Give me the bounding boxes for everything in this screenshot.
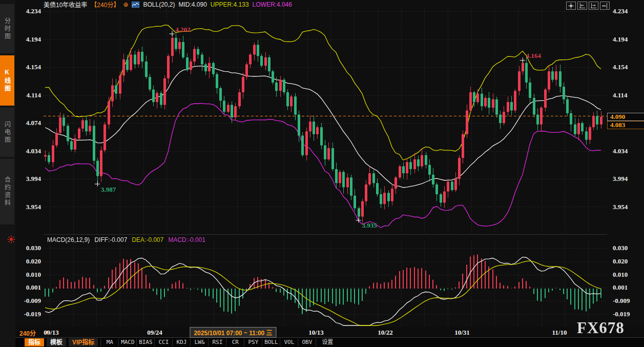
boll-label: BOLL(20,2) [143, 1, 175, 8]
x-axis-date: 09/13 [44, 329, 59, 337]
circle-plus-icon[interactable]: ⊕ [123, 1, 128, 8]
x-axis-date: 10/13 [308, 329, 324, 337]
price-tick-left: 4.234 [15, 7, 41, 15]
sidebar-tab-3[interactable]: 闪电图 [0, 108, 14, 157]
indicator-button-bias[interactable]: BIAS [136, 338, 154, 346]
macd-tick-left: 0.001 [15, 283, 41, 292]
indicator-button-psy[interactable]: PSY [244, 338, 262, 346]
price-tick-left: 4.074 [15, 119, 41, 127]
macd-params-label: MACD(26,12,9) [47, 236, 90, 243]
price-tick-left: 3.954 [15, 203, 41, 211]
sidebar: 分时图K线图闪电图合约资料 [0, 0, 15, 347]
hot-live-icon [7, 235, 15, 243]
price-tag-mid: 4.090 [607, 113, 644, 121]
indicator-button-cci[interactable]: CCI [154, 338, 172, 346]
indicator-toolbar: 指标模板VIP指标MAMACDBIASCCIKDJLW&RSICRPSYBOLL… [15, 338, 644, 347]
indicator-button-vol[interactable]: VOL [280, 338, 298, 346]
toolbar-tab-1[interactable]: 指标 [25, 338, 44, 346]
boll-upper-value: UPPER:4.133 [211, 1, 249, 8]
macd-value: MACD:-0.001 [168, 236, 205, 243]
x-axis-row: 240分 ▲ 2025/10/01 07:00 ~ 11:00 三 09/130… [15, 327, 644, 338]
indicator-button-obv[interactable]: OBV [298, 338, 316, 346]
price-tick-right: 4.234 [613, 7, 638, 15]
macd-tick-right: 0.030 [613, 244, 638, 252]
settings-button[interactable]: 设置 [316, 338, 339, 346]
macd-tick-right: 0.001 [613, 283, 638, 292]
indicator-button-macd[interactable]: MACD [118, 338, 136, 346]
price-tick-right: 4.034 [613, 147, 638, 155]
price-tick-right: 4.154 [613, 63, 638, 71]
toolbar-tab-2[interactable]: 模板 [47, 338, 66, 346]
indicator-button-cr[interactable]: CR [226, 338, 244, 346]
price-tick-right: 4.194 [613, 35, 638, 44]
indicator-button-rsi[interactable]: RSI [208, 338, 226, 346]
macd-tick-right: -0.009 [613, 297, 638, 305]
price-tick-left: 4.114 [15, 91, 41, 99]
chart-canvas[interactable] [44, 8, 607, 326]
toolbar-tab-3[interactable]: VIP指标 [69, 338, 98, 346]
period-label[interactable]: 240分 [19, 329, 36, 337]
boll-lower-value: LOWER:4.046 [253, 1, 292, 8]
indicator-button-boll[interactable]: BOLL [262, 338, 280, 346]
macd-tick-left: -0.019 [15, 310, 41, 318]
selected-candle-timestamp: 2025/10/01 07:00 ~ 11:00 三 [190, 327, 276, 338]
x-axis-date: 10/22 [378, 329, 393, 337]
x-axis-date: 11/10 [552, 329, 567, 337]
indicator-button-kdj[interactable]: KDJ [172, 338, 190, 346]
macd-tick-left: 0.020 [15, 257, 41, 266]
price-tick-right: 3.954 [613, 203, 638, 211]
boll-mid-value: MID:4.090 [179, 1, 207, 8]
price-tick-left: 3.994 [15, 175, 41, 183]
indicator-button-lw&[interactable]: LW& [190, 338, 208, 346]
fx678-watermark: FX678 [577, 319, 625, 337]
x-axis-date: 10/31 [454, 329, 470, 337]
price-tick-left: 4.034 [15, 147, 41, 155]
macd-tick-right: -0.019 [613, 310, 638, 318]
macd-tick-left: -0.009 [15, 297, 41, 305]
price-tick-right: 4.114 [613, 91, 638, 99]
macd-dea-value: DEA:-0.007 [132, 236, 163, 243]
kline-chart-icon[interactable] [132, 2, 139, 8]
price-tick-left: 4.194 [15, 35, 41, 44]
macd-tick-right: 0.020 [613, 257, 638, 266]
price-tick-left: 4.154 [15, 63, 41, 71]
macd-diff-value: DIFF:-0.007 [94, 236, 127, 243]
indicator-button-ma[interactable]: MA [100, 338, 118, 346]
sidebar-tab-2[interactable]: K线图 [0, 55, 14, 106]
sidebar-tab-1[interactable]: 分时图 [0, 4, 14, 53]
macd-header: MACD(26,12,9) DIFF:-0.007 DEA:-0.007 MAC… [47, 236, 205, 243]
macd-tick-right: 0.010 [613, 271, 638, 279]
price-tag-last: 4.083 [607, 121, 644, 129]
x-axis-date: 09/24 [147, 329, 162, 337]
trading-app: 分时图K线图闪电图合约资料 美债10年收益率 【240分】 ⊕ BOLL(20,… [0, 0, 644, 347]
price-tick-right: 3.994 [613, 175, 638, 183]
macd-tick-left: 0.010 [15, 271, 41, 279]
sidebar-tab-4[interactable]: 合约资料 [0, 159, 14, 224]
macd-tick-left: 0.030 [15, 244, 41, 252]
chart-header: 美债10年收益率 【240分】 ⊕ BOLL(20,2) MID:4.090 U… [44, 1, 292, 8]
